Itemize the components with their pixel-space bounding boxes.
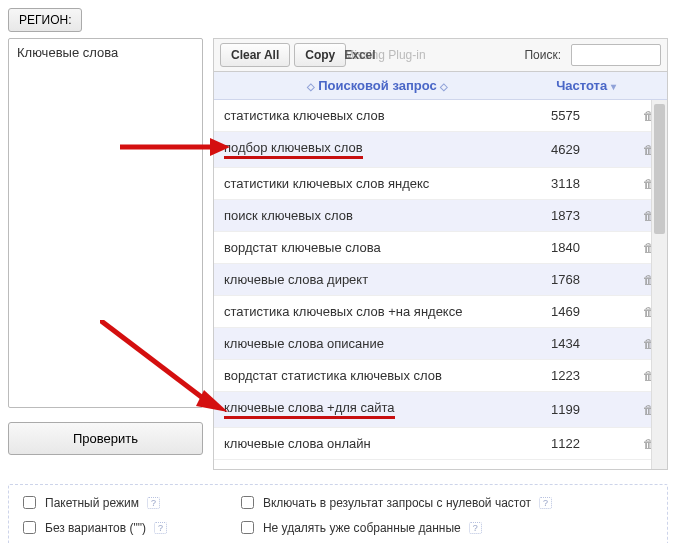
option-label: Пакетный режим <box>45 496 139 510</box>
options-panel: Пакетный режим?Без вариантов ("")?Точное… <box>8 484 668 543</box>
table-row: вордстат статистика ключевых слов1223🗑 <box>214 360 667 392</box>
frequency-cell: 1469 <box>541 296 631 328</box>
checkbox-input[interactable] <box>23 521 36 534</box>
frequency-cell: 1199 <box>541 392 631 428</box>
check-button[interactable]: Проверить <box>8 422 203 455</box>
query-cell: поиск ключевых слов <box>214 200 541 232</box>
missing-plugin-text: Excel Missing Plug-in <box>344 48 425 62</box>
clear-all-button[interactable]: Clear All <box>220 43 290 67</box>
frequency-cell: 1768 <box>541 264 631 296</box>
option-checkbox[interactable]: Пакетный режим? <box>19 493 197 512</box>
checkbox-input[interactable] <box>23 496 36 509</box>
scrollbar[interactable] <box>651 100 667 469</box>
table-row: ключевые слова +для сайта1199🗑 <box>214 392 667 428</box>
query-cell: подбор ключевых слов <box>214 132 541 168</box>
option-label: Без вариантов ("") <box>45 521 146 535</box>
column-header-frequency[interactable]: Частота ▾ <box>541 72 631 100</box>
query-cell: статистика ключевых слов <box>214 100 541 132</box>
help-icon[interactable]: ? <box>469 522 482 534</box>
frequency-cell: 5575 <box>541 100 631 132</box>
table-row: подбор ключевых слов4629🗑 <box>214 132 667 168</box>
search-label: Поиск: <box>524 48 567 62</box>
toolbar: Clear All Copy Excel Missing Plug-in Пои… <box>213 38 668 72</box>
frequency-cell: 1840 <box>541 232 631 264</box>
table-row: статистика ключевых слов5575🗑 <box>214 100 667 132</box>
query-cell: статистика ключевых слов +на яндексе <box>214 296 541 328</box>
results-table: ◇ Поисковой запрос ◇ Частота ▾ статистик… <box>213 72 668 470</box>
query-cell: вордстат статистика ключевых слов <box>214 360 541 392</box>
frequency-cell: 1873 <box>541 200 631 232</box>
option-label: Включать в результат запросы с нулевой ч… <box>263 496 531 510</box>
query-cell: ключевые слова директ <box>214 264 541 296</box>
frequency-cell: 1122 <box>541 428 631 460</box>
region-button[interactable]: РЕГИОН: <box>8 8 82 32</box>
search-input[interactable] <box>571 44 661 66</box>
frequency-cell: 4629 <box>541 132 631 168</box>
option-checkbox[interactable]: Включать в результат запросы с нулевой ч… <box>237 493 552 512</box>
help-icon[interactable]: ? <box>154 522 167 534</box>
copy-button[interactable]: Copy <box>294 43 346 67</box>
query-cell: ключевые слова описание <box>214 328 541 360</box>
query-cell: ключевые слова онлайн <box>214 428 541 460</box>
scroll-thumb[interactable] <box>654 104 665 234</box>
help-icon[interactable]: ? <box>539 497 552 509</box>
table-row: вордстат ключевые слова1840🗑 <box>214 232 667 264</box>
table-row: ключевые слова онлайн1122🗑 <box>214 428 667 460</box>
column-header-query[interactable]: ◇ Поисковой запрос ◇ <box>214 72 541 100</box>
table-row: статистики ключевых слов яндекс3118🗑 <box>214 168 667 200</box>
help-icon[interactable]: ? <box>147 497 160 509</box>
query-cell: статистики ключевых слов яндекс <box>214 168 541 200</box>
option-checkbox[interactable]: Не удалять уже собранные данные? <box>237 518 552 537</box>
table-row: ключевые слова описание1434🗑 <box>214 328 667 360</box>
checkbox-input[interactable] <box>241 496 254 509</box>
checkbox-input[interactable] <box>241 521 254 534</box>
frequency-cell: 1434 <box>541 328 631 360</box>
frequency-cell: 3118 <box>541 168 631 200</box>
query-cell: вордстат ключевые слова <box>214 232 541 264</box>
column-header-actions <box>631 72 667 100</box>
table-row: ключевые слова директ1768🗑 <box>214 264 667 296</box>
table-row: поиск ключевых слов1873🗑 <box>214 200 667 232</box>
table-row: статистика ключевых слов +на яндексе1469… <box>214 296 667 328</box>
option-label: Не удалять уже собранные данные <box>263 521 461 535</box>
query-cell: ключевые слова +для сайта <box>214 392 541 428</box>
keywords-textarea[interactable]: Ключевые слова <box>8 38 203 408</box>
option-checkbox[interactable]: Без вариантов ("")? <box>19 518 197 537</box>
frequency-cell: 1223 <box>541 360 631 392</box>
